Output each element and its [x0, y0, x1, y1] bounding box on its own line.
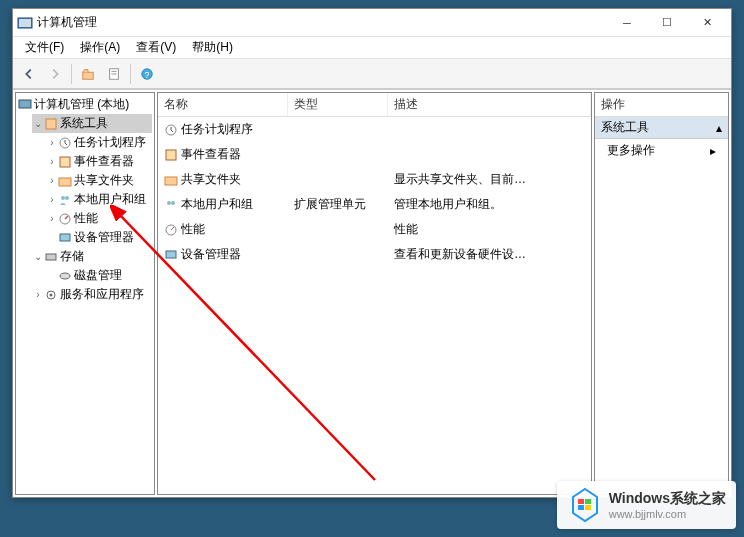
expand-icon[interactable]: › [46, 137, 58, 148]
watermark-title: Windows系统之家 [609, 490, 726, 508]
up-button[interactable] [76, 62, 100, 86]
item-icon [164, 148, 178, 162]
computer-management-window: 计算机管理 ─ ☐ ✕ 文件(F) 操作(A) 查看(V) 帮助(H) ? 计算… [12, 8, 732, 498]
svg-rect-1 [19, 19, 31, 27]
tree-root[interactable]: 计算机管理 (本地) [18, 95, 152, 114]
users-icon [58, 193, 72, 207]
cell-desc [388, 144, 591, 165]
cell-name: 本地用户和组 [181, 196, 253, 213]
minimize-button[interactable]: ─ [607, 10, 647, 36]
tree-label: 存储 [60, 248, 84, 265]
column-name[interactable]: 名称 [158, 93, 288, 116]
cell-name: 事件查看器 [181, 146, 241, 163]
expand-icon[interactable]: › [32, 289, 44, 300]
menu-action[interactable]: 操作(A) [72, 37, 128, 58]
svg-rect-31 [578, 505, 584, 510]
item-icon [164, 198, 178, 212]
tree-services[interactable]: › 服务和应用程序 [32, 285, 152, 304]
forward-button[interactable] [43, 62, 67, 86]
svg-point-14 [65, 196, 69, 200]
cell-type [288, 219, 388, 240]
properties-button[interactable] [102, 62, 126, 86]
tree-panel[interactable]: 计算机管理 (本地) ⌄ 系统工具 › 任务计划程序 › [15, 92, 155, 495]
event-icon [58, 155, 72, 169]
cell-desc: 管理本地用户和组。 [388, 194, 591, 215]
svg-rect-27 [166, 251, 176, 258]
list-row[interactable]: 任务计划程序 [158, 117, 591, 142]
svg-text:?: ? [145, 69, 150, 79]
tree-label: 系统工具 [60, 115, 108, 132]
svg-rect-30 [585, 499, 591, 504]
tree-local-users[interactable]: › 本地用户和组 [46, 190, 152, 209]
action-panel: 操作 系统工具 ▴ 更多操作 ▸ [594, 92, 729, 495]
cell-name: 性能 [181, 221, 205, 238]
list-row[interactable]: 事件查看器 [158, 142, 591, 167]
cell-type: 扩展管理单元 [288, 194, 388, 215]
cell-desc: 查看和更新设备硬件设… [388, 244, 591, 265]
item-icon [164, 223, 178, 237]
cell-name: 共享文件夹 [181, 171, 241, 188]
menu-help[interactable]: 帮助(H) [184, 37, 241, 58]
tree-label: 磁盘管理 [74, 267, 122, 284]
menu-file[interactable]: 文件(F) [17, 37, 72, 58]
svg-rect-17 [46, 254, 56, 260]
maximize-button[interactable]: ☐ [647, 10, 687, 36]
list-header: 名称 类型 描述 [158, 93, 591, 117]
list-row[interactable]: 设备管理器查看和更新设备硬件设… [158, 242, 591, 267]
close-button[interactable]: ✕ [687, 10, 727, 36]
list-row[interactable]: 共享文件夹显示共享文件夹、目前… [158, 167, 591, 192]
action-group[interactable]: 系统工具 ▴ [595, 117, 728, 139]
svg-rect-23 [165, 177, 177, 185]
computer-icon [18, 98, 32, 112]
tree-device-manager[interactable]: 设备管理器 [46, 228, 152, 247]
cell-desc [388, 119, 591, 140]
cell-type [288, 119, 388, 140]
expand-icon[interactable]: › [46, 194, 58, 205]
action-header: 操作 [595, 93, 728, 117]
menu-view[interactable]: 查看(V) [128, 37, 184, 58]
list-row[interactable]: 性能性能 [158, 217, 591, 242]
svg-rect-9 [46, 119, 56, 129]
action-label: 更多操作 [607, 142, 655, 159]
help-button[interactable]: ? [135, 62, 159, 86]
column-type[interactable]: 类型 [288, 93, 388, 116]
collapse-icon[interactable]: ⌄ [32, 251, 44, 262]
window-controls: ─ ☐ ✕ [607, 10, 727, 36]
column-description[interactable]: 描述 [388, 93, 591, 116]
tree-label: 本地用户和组 [74, 191, 146, 208]
collapse-icon[interactable]: ⌄ [32, 118, 44, 129]
tree-task-scheduler[interactable]: › 任务计划程序 [46, 133, 152, 152]
svg-point-20 [50, 293, 53, 296]
item-icon [164, 248, 178, 262]
window-title: 计算机管理 [37, 14, 607, 31]
tree-disk-management[interactable]: 磁盘管理 [46, 266, 152, 285]
clock-icon [58, 136, 72, 150]
tree-event-viewer[interactable]: › 事件查看器 [46, 152, 152, 171]
tree-storage[interactable]: ⌄ 存储 [32, 247, 152, 266]
svg-rect-32 [585, 505, 591, 510]
tree-system-tools[interactable]: ⌄ 系统工具 [32, 114, 152, 133]
svg-rect-22 [166, 150, 176, 160]
expand-icon[interactable]: › [46, 175, 58, 186]
cell-type [288, 169, 388, 190]
expand-icon[interactable]: › [46, 213, 58, 224]
tree-shared-folders[interactable]: › 共享文件夹 [46, 171, 152, 190]
tree-label: 任务计划程序 [74, 134, 146, 151]
action-more[interactable]: 更多操作 ▸ [595, 139, 728, 162]
folder-icon [58, 174, 72, 188]
back-button[interactable] [17, 62, 41, 86]
expand-icon[interactable]: › [46, 156, 58, 167]
list-row[interactable]: 本地用户和组扩展管理单元管理本地用户和组。 [158, 192, 591, 217]
chevron-right-icon: ▸ [710, 144, 716, 158]
tree-label: 设备管理器 [74, 229, 134, 246]
svg-point-24 [167, 201, 171, 205]
tools-icon [44, 117, 58, 131]
disk-icon [58, 269, 72, 283]
performance-icon [58, 212, 72, 226]
toolbar-separator [130, 64, 131, 84]
cell-name: 设备管理器 [181, 246, 241, 263]
watermark: Windows系统之家 www.bjjmlv.com [557, 481, 736, 529]
tree-performance[interactable]: › 性能 [46, 209, 152, 228]
svg-rect-16 [60, 234, 70, 241]
list-panel[interactable]: 名称 类型 描述 任务计划程序事件查看器共享文件夹显示共享文件夹、目前…本地用户… [157, 92, 592, 495]
